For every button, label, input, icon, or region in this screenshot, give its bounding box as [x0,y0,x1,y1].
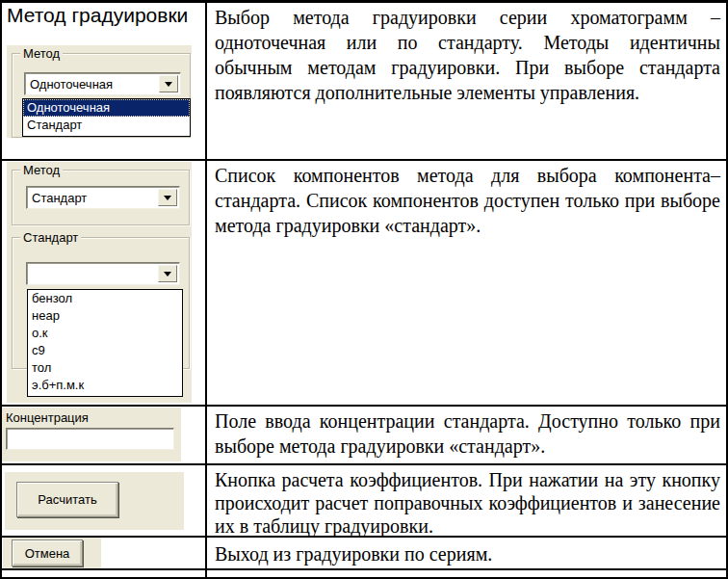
row4-description: Кнопка расчета коэффициентов. При нажати… [207,465,726,536]
stub-right-cell [207,570,726,577]
chevron-down-icon [164,272,171,276]
cropped-next-row [2,570,726,579]
description-table: Метод градуировки Метод Одноточечная Одн… [0,0,728,579]
table-row-cancel: Отмена Выход из градуировки по сериям. [2,538,726,570]
dropdown-item[interactable]: бензол [28,290,182,307]
dropdown-item[interactable]: о.к [28,325,182,342]
method-combobox[interactable]: Одноточечная [24,72,181,95]
cancel-button[interactable]: Отмена [12,540,83,566]
dropdown-button[interactable] [158,265,177,282]
dropdown-item[interactable]: Стандарт [23,117,190,134]
standard-groupbox-label: Стандарт [20,230,81,245]
page-title: Метод градуировки [7,4,188,27]
method-combobox-value: Стандарт [32,190,158,206]
row3-screenshot-cell: Концентрация [2,407,207,463]
concentration-input[interactable] [6,428,174,450]
chevron-down-icon [165,82,172,87]
row5-description: Выход из градуировки по сериям. [207,538,726,568]
method-dropdown-list: Одноточечная Стандарт [22,98,191,137]
dropdown-item-selected[interactable]: Одноточечная [23,99,190,117]
concentration-label: Концентрация [6,410,89,425]
standard-dropdown-list: бензол неар о.к с9 тол э.б+п.м.к [27,289,183,397]
method-groupbox-label: Метод [20,163,63,177]
standard-combobox[interactable] [26,262,180,285]
method-combobox-value: Одноточечная [30,76,159,92]
table-row-method: Метод градуировки Метод Одноточечная Одн… [2,3,726,161]
row2-screenshot-cell: Метод Стандарт Стандарт [2,161,207,405]
stub-left-cell [2,570,207,577]
dropdown-item[interactable]: тол [28,359,182,377]
row2-description: Список компонентов метода для выбора ком… [207,161,726,405]
method-groupbox-label: Метод [20,46,63,61]
row5-screenshot-cell: Отмена [2,538,207,568]
dropdown-item[interactable]: э.б+п.м.к [28,377,182,394]
calculate-button[interactable]: Расчитать [16,482,118,517]
row4-screenshot-cell: Расчитать [2,465,207,536]
table-row-calculate: Расчитать Кнопка расчета коэффициентов. … [2,465,726,538]
chevron-down-icon [164,196,171,200]
table-row-standard-list: Метод Стандарт Стандарт [2,161,726,407]
method-combobox[interactable]: Стандарт [26,186,180,209]
dropdown-button[interactable] [158,189,177,206]
manual-page: Метод градуировки Метод Одноточечная Одн… [0,0,728,579]
row3-description: Поле ввода концентрации стандарта. Досту… [207,407,726,463]
dropdown-button[interactable] [159,75,178,92]
dropdown-item[interactable]: неар [28,307,182,325]
row1-description: Выбор метода градуировки серии хроматогр… [207,3,726,159]
row1-screenshot-cell: Метод градуировки Метод Одноточечная Одн… [2,3,207,159]
dropdown-item[interactable]: с9 [28,342,182,359]
table-row-concentration: Концентрация Поле ввода концентрации ста… [2,407,726,465]
